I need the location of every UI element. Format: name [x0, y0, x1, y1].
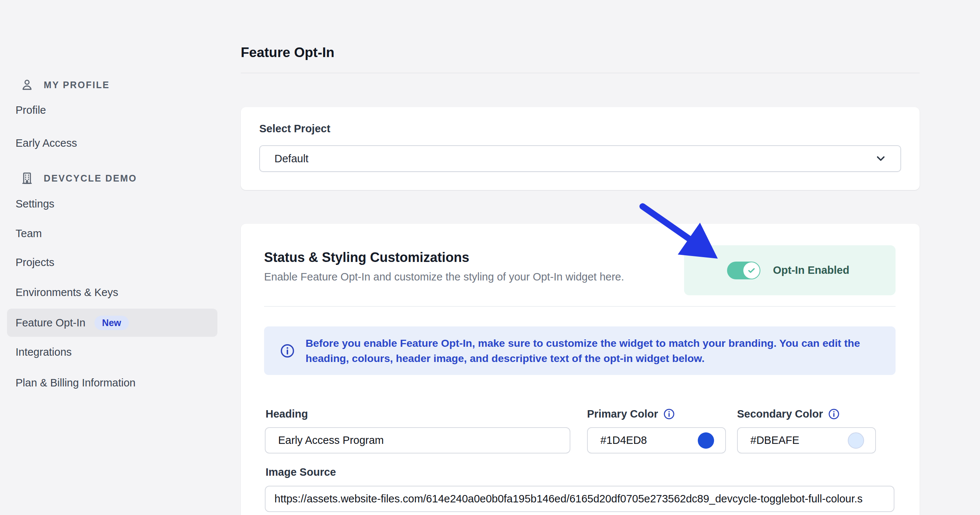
status-styling-card: Status & Styling Customizations Enable F…	[241, 224, 920, 515]
sidebar-item-environments-keys[interactable]: Environments & Keys	[16, 281, 118, 304]
sidebar-item-early-access[interactable]: Early Access	[16, 131, 77, 155]
secondary-color-swatch[interactable]	[848, 432, 864, 449]
secondary-color-value: #DBEAFE	[750, 434, 848, 446]
primary-color-swatch[interactable]	[698, 432, 714, 449]
sidebar-item-label: Plan & Billing Information	[16, 377, 135, 389]
sidebar-item-integrations[interactable]: Integrations	[16, 340, 72, 364]
primary-color-value: #1D4ED8	[600, 434, 698, 446]
select-project-card: Select Project Default	[241, 107, 920, 190]
secondary-color-field-label: Secondary Color	[737, 408, 840, 420]
check-icon	[747, 266, 756, 275]
sidebar-item-label: Projects	[16, 257, 54, 269]
new-badge: New	[94, 316, 129, 330]
opt-in-toggle-panel: Opt-In Enabled	[684, 245, 896, 295]
toggle-label: Opt-In Enabled	[773, 264, 849, 276]
sidebar-item-label: Team	[16, 228, 42, 240]
sidebar-item-projects[interactable]: Projects	[16, 250, 54, 274]
image-source-value: https://assets.website-files.com/614e240…	[274, 493, 862, 505]
sidebar-section-my-profile: MY PROFILE	[20, 73, 110, 97]
sidebar: MY PROFILE Profile Early Access DEVCYCLE…	[0, 0, 237, 515]
chevron-down-icon	[875, 152, 887, 165]
heading-input-value: Early Access Program	[278, 434, 558, 446]
sidebar-item-label: Environments & Keys	[16, 286, 118, 299]
section-description: Enable Feature Opt-In and customize the …	[264, 271, 624, 283]
sidebar-item-label: Profile	[16, 104, 46, 116]
section-title: Status & Styling Customizations	[264, 250, 469, 265]
sidebar-item-settings[interactable]: Settings	[16, 192, 54, 216]
info-banner-text: Before you enable Feature Opt-In, make s…	[305, 336, 887, 366]
opt-in-toggle[interactable]	[727, 261, 760, 279]
select-project-label: Select Project	[259, 123, 330, 135]
heading-input[interactable]: Early Access Program	[265, 427, 570, 453]
info-icon	[280, 343, 295, 359]
section-divider	[264, 306, 896, 307]
primary-color-input[interactable]: #1D4ED8	[587, 427, 726, 453]
info-icon[interactable]	[828, 408, 840, 420]
toggle-knob	[743, 262, 760, 279]
sidebar-item-plan-billing[interactable]: Plan & Billing Information	[16, 371, 135, 395]
image-source-input[interactable]: https://assets.website-files.com/614e240…	[265, 486, 894, 512]
building-icon	[20, 171, 34, 185]
sidebar-item-label: Integrations	[16, 346, 72, 358]
sidebar-item-label: Early Access	[16, 137, 77, 149]
image-source-field-label: Image Source	[266, 466, 336, 478]
sidebar-section-label: MY PROFILE	[44, 80, 110, 91]
project-select-value: Default	[274, 153, 875, 165]
info-icon[interactable]	[663, 408, 675, 420]
sidebar-section-label: DEVCYCLE DEMO	[44, 173, 137, 184]
sidebar-item-label: Feature Opt-In	[16, 317, 86, 329]
primary-color-field-label: Primary Color	[587, 408, 675, 420]
sidebar-item-profile[interactable]: Profile	[16, 98, 46, 122]
sidebar-item-team[interactable]: Team	[16, 222, 42, 245]
sidebar-item-label: Settings	[16, 198, 54, 210]
sidebar-section-devcycle-demo: DEVCYCLE DEMO	[20, 166, 137, 190]
heading-field-label: Heading	[266, 408, 308, 420]
page-title: Feature Opt-In	[241, 45, 334, 61]
user-icon	[20, 78, 34, 92]
sidebar-item-feature-opt-in[interactable]: Feature Opt-In New	[7, 309, 217, 337]
secondary-color-input[interactable]: #DBEAFE	[737, 427, 876, 453]
project-select[interactable]: Default	[259, 145, 901, 172]
info-banner: Before you enable Feature Opt-In, make s…	[264, 327, 896, 375]
title-divider	[241, 73, 920, 73]
